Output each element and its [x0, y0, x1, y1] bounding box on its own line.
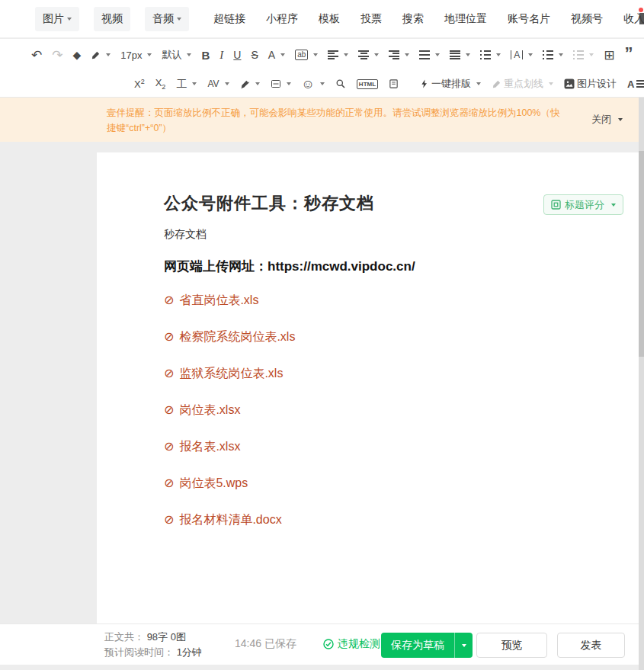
ai-layout-lines-icon — [636, 80, 644, 88]
align-center-button[interactable] — [356, 45, 381, 65]
banner-close-button[interactable]: 关闭 — [591, 113, 623, 127]
save-draft-button[interactable]: 保存为草稿 — [381, 633, 454, 658]
menu-item[interactable]: 视频号 — [571, 12, 603, 26]
underline-button[interactable]: U — [231, 45, 243, 65]
preview-button[interactable]: 预览 — [476, 633, 547, 658]
read-time-value: 1分钟 — [177, 646, 202, 658]
menu-item[interactable]: 账号名片 — [508, 12, 550, 26]
bold-button[interactable]: B — [199, 45, 212, 65]
article-title-input[interactable]: 公众号附件工具：秒存文档 — [164, 192, 374, 215]
first-line-indent-button[interactable]: 工 — [174, 74, 199, 94]
letter-spacing-button[interactable]: AV — [205, 74, 231, 94]
attachment-link[interactable]: ⊘ 岗位表5.wps — [164, 476, 295, 491]
redo-icon: ↷ — [52, 49, 62, 62]
one-click-format-button[interactable]: 一键排版 — [418, 74, 483, 94]
menu-item[interactable]: 模板 — [319, 12, 340, 26]
attachment-link[interactable]: ⊘ 报名材料清单.docx — [164, 512, 295, 527]
zoom-warning-text: 壹伴提醒：页面缩放比例不正确，可能会影响某些功能的正常使用。请尝试调整浏览器缩放… — [107, 105, 564, 136]
font-size-select[interactable]: 17px — [118, 45, 154, 65]
menu-item[interactable]: 地理位置 — [444, 12, 487, 26]
attachment-link[interactable]: ⊘ 岗位表.xlsx — [164, 402, 295, 418]
line-height-button[interactable] — [417, 45, 442, 65]
redo-button[interactable]: ↷ — [50, 45, 65, 65]
text-direction-icon: A — [511, 50, 523, 59]
word-count-line: 正文共： 98字 0图 — [104, 630, 202, 645]
clear-format-icon — [240, 79, 250, 89]
align-right-icon — [389, 50, 399, 59]
attachment-icon: ⊘ — [164, 441, 174, 453]
superscript-icon: X2 — [134, 78, 145, 90]
bullet-list-button[interactable] — [478, 45, 503, 65]
notification-dot — [639, 8, 643, 12]
chevron-down-icon — [466, 53, 470, 56]
chevron-down-icon — [559, 53, 563, 56]
compliance-check-label: 违规检测 — [338, 637, 380, 651]
font-color-button[interactable]: A — [266, 45, 287, 65]
ordered-list-button[interactable] — [540, 45, 566, 65]
menu-item-label: 地理位置 — [444, 12, 487, 26]
scrollbar-thumb[interactable] — [639, 151, 644, 357]
task-list-button[interactable] — [571, 45, 596, 65]
image-design-button[interactable]: 图片设计 — [562, 74, 619, 94]
menu-item[interactable]: 图片 — [35, 7, 79, 31]
article-lead-text[interactable]: 网页端上传网址：https://mcwd.vipdoc.cn/ — [164, 258, 415, 275]
toolbar-row-1: ↶ ↷ ◆ 17px 默认 B I U S A ab A ⊞ ” — [0, 39, 644, 71]
attachment-name: 检察院系统岗位表.xls — [179, 329, 295, 345]
menu-item-clipped[interactable] — [639, 13, 644, 24]
format-painter-button[interactable]: ◆ — [71, 45, 84, 65]
font-family-select[interactable]: 默认 — [159, 45, 194, 65]
bold-icon: B — [201, 49, 210, 62]
menu-item[interactable]: 音频 — [145, 7, 189, 31]
save-time: 14:46 — [235, 637, 261, 649]
scrollbar-track[interactable] — [639, 98, 644, 670]
attachment-name: 监狱系统岗位表.xls — [179, 366, 283, 381]
align-left-icon — [328, 50, 338, 59]
italic-button[interactable]: I — [217, 45, 226, 65]
superscript-button[interactable]: X2 — [132, 74, 147, 94]
menu-item-label: 视频 — [101, 12, 123, 26]
strikethrough-button[interactable]: S — [248, 45, 260, 65]
title-score-button[interactable]: 标题评分 — [543, 194, 623, 215]
align-left-button[interactable] — [325, 45, 351, 65]
blockquote-button[interactable]: ” — [623, 45, 636, 65]
subscript-button[interactable]: X2 — [153, 74, 168, 94]
emoji-button[interactable]: ☺ — [300, 74, 327, 94]
clear-format-button[interactable] — [238, 74, 262, 94]
indent-button[interactable] — [447, 45, 473, 65]
attachment-link[interactable]: ⊘ 检察院系统岗位表.xls — [164, 329, 295, 345]
insert-table-button[interactable]: ⊞ — [601, 45, 617, 65]
chevron-down-icon — [192, 82, 197, 85]
attachment-name: 省直岗位表.xls — [179, 293, 258, 308]
wechat-editor-window: 图片 视频 音频 超链接 小程序 — [0, 0, 644, 670]
author-input[interactable]: 秒存文档 — [164, 228, 207, 242]
focus-underline-button[interactable]: 重点划线 — [489, 74, 556, 94]
attachment-link[interactable]: ⊘ 报名表.xlsx — [164, 439, 295, 454]
menu-item[interactable]: 投票 — [360, 12, 382, 26]
menu-item[interactable]: 搜索 — [402, 12, 424, 26]
chevron-down-icon — [280, 53, 285, 56]
text-brush-button[interactable] — [88, 45, 113, 65]
word-count-label: 正文共： — [104, 631, 144, 643]
attachment-link[interactable]: ⊘ 省直岗位表.xls — [164, 293, 295, 308]
compliance-check-button[interactable]: 违规检测 — [323, 637, 380, 651]
find-replace-button[interactable] — [333, 74, 348, 94]
align-right-button[interactable] — [386, 45, 412, 65]
menu-item[interactable]: 超链接 — [213, 12, 245, 26]
publish-button[interactable]: 发表 — [557, 633, 625, 658]
marker-pen-icon — [492, 79, 501, 89]
attachment-link[interactable]: ⊘ 监狱系统岗位表.xls — [164, 366, 295, 381]
undo-button[interactable]: ↶ — [29, 45, 44, 65]
publish-label: 发表 — [581, 639, 602, 652]
highlight-button[interactable]: ab — [293, 45, 320, 65]
menu-item[interactable]: 小程序 — [266, 12, 298, 26]
html-icon: HTML — [357, 79, 378, 89]
divider-button[interactable] — [268, 74, 293, 94]
ai-layout-button[interactable]: A AI排版 — [625, 74, 644, 94]
text-direction-button[interactable]: A — [508, 45, 535, 65]
chevron-down-icon — [67, 18, 72, 21]
menu-item[interactable]: 视频 — [94, 7, 130, 31]
html-button[interactable]: HTML — [354, 74, 380, 94]
save-draft-menu-button[interactable] — [454, 633, 473, 658]
card-button[interactable] — [386, 74, 401, 94]
divider-icon — [271, 79, 281, 89]
